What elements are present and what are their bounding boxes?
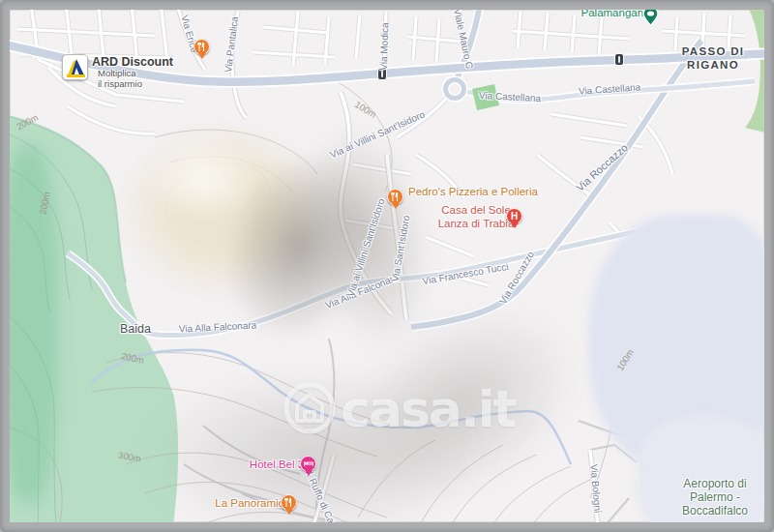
terrain-green-ne (745, 10, 764, 133)
bed-icon (304, 460, 313, 468)
road-shield-icon (614, 53, 624, 66)
restaurant-pin-panoramica[interactable] (281, 494, 297, 511)
screenshot-frame: Via Pantalica Via Modica Viale Mauro C V… (0, 0, 774, 532)
poi-hotel-bel3-label[interactable]: Hotel Bel 3 (250, 458, 304, 470)
poi-palamangano-label[interactable]: Palamangano (581, 10, 650, 18)
hotel-pin[interactable] (300, 456, 316, 472)
ard-title: ARD Discount (92, 55, 173, 69)
poi-ard-discount[interactable]: ARD Discount Moltiplica il risparmio (62, 54, 173, 90)
poi-la-panoramica-label[interactable]: La Panoramica (215, 497, 289, 509)
hospital-pin[interactable]: H (506, 208, 522, 224)
utensils-icon (284, 498, 293, 507)
street-label-modica: Via Modica (378, 22, 391, 71)
utensils-icon (197, 43, 206, 51)
ard-tagline-2: il risparmio (98, 79, 173, 90)
poi-pedros-label[interactable]: Pedro's Pizzeria e Polleria (408, 186, 538, 197)
poi-casa-del-sole-label[interactable]: Casa del Sole Lanza di Trabia (438, 203, 515, 231)
terrain-green-west (10, 114, 178, 522)
locality-label-baida: Baida (120, 322, 151, 336)
restaurant-pin[interactable] (194, 39, 210, 55)
utensils-icon (391, 192, 400, 201)
ard-logo-icon (62, 54, 88, 80)
hospital-h-icon: H (511, 211, 518, 222)
area-label-passo-di-rigano: PASSO DI RIGANO (682, 44, 745, 73)
map-canvas[interactable]: Via Pantalica Via Modica Viale Mauro C V… (10, 10, 764, 522)
restaurant-pin-pedros[interactable] (387, 189, 403, 205)
poi-airport-label: Aeroporto di Palermo - Boccadifalco (682, 478, 748, 517)
stadium-pin[interactable] (642, 10, 659, 27)
